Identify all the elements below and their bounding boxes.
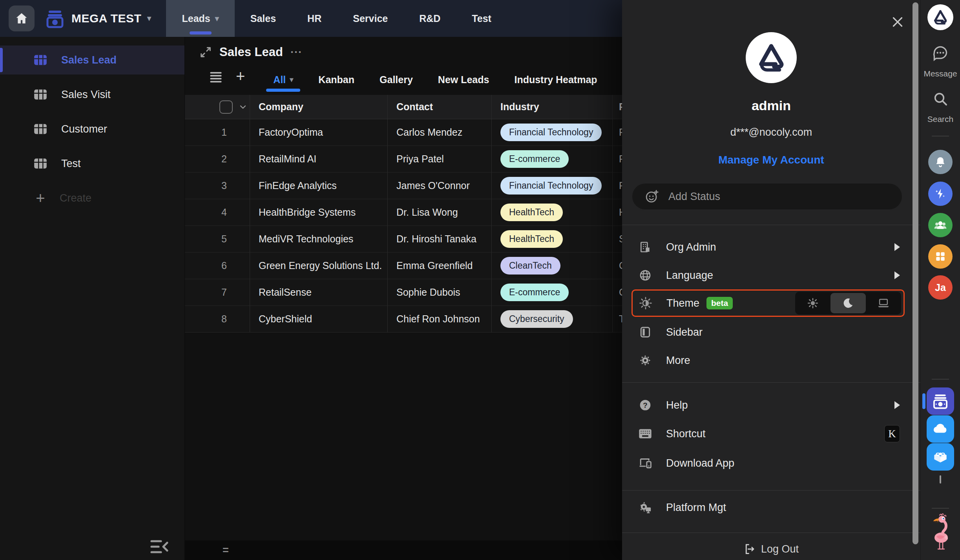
- notifications-button[interactable]: [928, 150, 953, 174]
- more-options-icon[interactable]: •••: [291, 48, 303, 56]
- view-tab-new-leads[interactable]: New Leads: [425, 67, 502, 92]
- cell-contact: James O'Connor: [388, 173, 492, 199]
- sidebar-item-sales-visit[interactable]: Sales Visit: [0, 80, 184, 109]
- contacts-button[interactable]: [928, 213, 953, 237]
- menu-item-shortcut[interactable]: Shortcut K: [622, 420, 920, 448]
- active-item-bar: [0, 48, 3, 72]
- column-header-company[interactable]: Company: [250, 95, 388, 119]
- nocoly-logo-icon: [931, 8, 950, 27]
- log-out-button[interactable]: Log Out: [622, 538, 920, 560]
- industry-tag: HealthTech: [500, 204, 563, 221]
- search-icon: [933, 91, 948, 107]
- grid-icon: [934, 250, 947, 263]
- rail-logo[interactable]: [927, 4, 953, 30]
- menu-item-help[interactable]: ? Help: [622, 391, 920, 419]
- column-header-contact[interactable]: Contact: [388, 95, 492, 119]
- add-status-input[interactable]: Add Status: [632, 184, 902, 209]
- view-tab-kanban[interactable]: Kanban: [306, 67, 367, 92]
- workspace-chevron-down-icon[interactable]: ▾: [147, 13, 151, 24]
- help-icon: ?: [639, 398, 652, 412]
- select-chevron-down-icon[interactable]: [238, 102, 248, 112]
- menu-item-platform-mgt[interactable]: Platform Mgt: [622, 493, 920, 522]
- menu-item-theme-highlighted[interactable]: Theme beta: [631, 289, 905, 317]
- theme-dark-button[interactable]: [830, 293, 866, 313]
- collapse-sidebar-button[interactable]: [150, 538, 170, 555]
- devices-icon: [639, 456, 652, 470]
- divider: [932, 136, 949, 136]
- workspace-app-icon[interactable]: [45, 8, 65, 29]
- manage-account-link[interactable]: Manage My Account: [622, 154, 920, 166]
- nav-tab-sales[interactable]: Sales: [235, 0, 292, 37]
- nav-tab-rd[interactable]: R&D: [403, 0, 456, 37]
- sidebar-item-test[interactable]: Test: [0, 149, 184, 178]
- view-list-icon[interactable]: [209, 71, 223, 84]
- submenu-arrow-icon: [894, 243, 900, 251]
- column-header-industry[interactable]: Industry: [492, 95, 613, 119]
- flamingo-icon: [928, 513, 953, 552]
- add-view-icon[interactable]: +: [236, 67, 245, 85]
- flamingo-mascot[interactable]: [928, 513, 953, 554]
- cell-company: FinEdge Analytics: [250, 173, 388, 199]
- rail-chevron-down-icon[interactable]: [940, 475, 941, 482]
- search-label: Search: [927, 115, 954, 124]
- lightning-sparkle-icon: [934, 187, 947, 200]
- apps-button[interactable]: [928, 244, 953, 269]
- avatar[interactable]: [746, 32, 797, 83]
- theme-light-button[interactable]: [795, 293, 830, 313]
- sidebar-item-sales-lead[interactable]: Sales Lead: [0, 45, 184, 75]
- divider: [622, 382, 920, 383]
- menu-item-sidebar[interactable]: Sidebar: [622, 318, 920, 346]
- theme-toggle-group: [795, 292, 901, 315]
- workspace-name[interactable]: MEGA TEST: [71, 12, 141, 25]
- collapse-sidebar-icon: [150, 538, 170, 555]
- submenu-arrow-icon: [894, 401, 900, 409]
- select-all-checkbox[interactable]: [219, 100, 233, 114]
- shortcut-key-badge: K: [884, 425, 900, 442]
- active-app-indicator: [922, 393, 925, 409]
- automation-button[interactable]: [928, 182, 953, 206]
- view-tab-all[interactable]: All ▾: [261, 67, 306, 92]
- nav-tab-service[interactable]: Service: [337, 0, 403, 37]
- bell-icon: [934, 156, 947, 168]
- create-button[interactable]: + Create: [0, 184, 184, 213]
- log-out-icon: [744, 543, 756, 555]
- cell-company: HealthBridge Systems: [250, 199, 388, 225]
- page-title: Sales Lead: [219, 45, 283, 59]
- menu-item-language[interactable]: Language: [622, 261, 920, 289]
- nav-tab-hr[interactable]: HR: [292, 0, 337, 37]
- add-status-smiley-icon: [645, 189, 659, 204]
- menu-item-org-admin[interactable]: Org Admin: [622, 233, 920, 261]
- gear-icon: [639, 354, 652, 367]
- cell-contact: Sophie Dubois: [388, 279, 492, 305]
- message-label: Message: [923, 69, 957, 78]
- sidebar-item-customer[interactable]: Customer: [0, 115, 184, 144]
- app-icon-cloud[interactable]: [927, 415, 954, 443]
- industry-tag: HealthTech: [500, 230, 563, 248]
- message-button[interactable]: [932, 45, 949, 64]
- cell-contact: Dr. Hiroshi Tanaka: [388, 226, 492, 252]
- search-button[interactable]: [933, 91, 948, 108]
- home-button[interactable]: [9, 5, 35, 31]
- divider: [932, 508, 949, 509]
- table-icon: [33, 53, 48, 67]
- panel-scrollbar[interactable]: [913, 2, 918, 544]
- laptop-icon: [877, 297, 890, 309]
- industry-tag: Cybersecurity: [500, 310, 573, 328]
- summary-symbol[interactable]: =: [223, 544, 229, 556]
- user-avatar-badge[interactable]: Ja: [928, 275, 953, 300]
- theme-system-button[interactable]: [866, 293, 901, 313]
- close-panel-button[interactable]: [891, 15, 905, 29]
- view-tab-industry-heatmap[interactable]: Industry Heatmap: [502, 67, 610, 92]
- expand-icon[interactable]: [199, 45, 212, 59]
- all-chevron-down-icon: ▾: [290, 75, 293, 84]
- menu-item-download-app[interactable]: Download App: [622, 449, 920, 477]
- nav-tab-test[interactable]: Test: [456, 0, 507, 37]
- app-icon-sales[interactable]: [927, 387, 954, 415]
- menu-item-more[interactable]: More: [622, 346, 920, 375]
- app-icon-blocks[interactable]: [927, 443, 954, 471]
- view-tab-gallery[interactable]: Gallery: [367, 67, 425, 92]
- nav-tab-leads[interactable]: Leads ▾: [166, 0, 234, 37]
- table-icon: [33, 156, 48, 171]
- submenu-arrow-icon: [894, 271, 900, 279]
- people-group-icon: [933, 218, 947, 232]
